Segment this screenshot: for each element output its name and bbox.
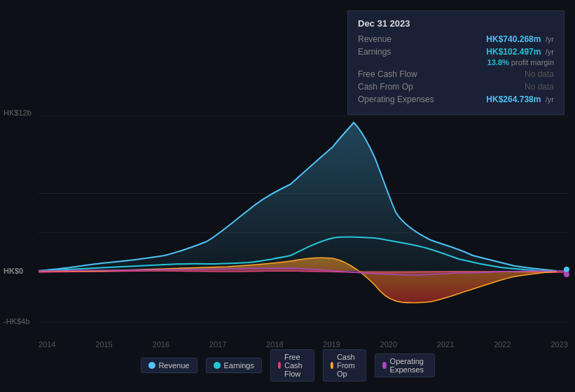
tooltip-label-earnings: Earnings [358,47,442,57]
x-label-2014: 2014 [39,340,55,349]
tooltip-row-fcf: Free Cash Flow No data [358,69,554,79]
tooltip-unit-revenue: /yr [546,35,554,43]
legend-opex[interactable]: Operating Expenses [375,354,434,377]
x-label-2017: 2017 [209,340,226,349]
profit-margin-label: profit margin [511,58,554,66]
legend-cashop[interactable]: Cash From Op [323,349,367,382]
legend-dot-revenue [148,362,155,369]
x-label-2018: 2018 [266,340,283,349]
x-label-2023: 2023 [550,340,567,349]
tooltip-unit-opex: /yr [546,95,554,104]
tooltip-box: Dec 31 2023 Revenue HK$740.268m /yr Earn… [347,10,564,115]
chart-svg [39,108,568,326]
legend-label-earnings: Earnings [223,361,254,370]
tooltip-value-earnings: HK$102.497m [486,47,541,57]
legend-earnings[interactable]: Earnings [205,358,261,373]
legend: Revenue Earnings Free Cash Flow Cash Fro… [140,349,434,382]
x-label-2022: 2022 [494,340,511,349]
tooltip-row-revenue: Revenue HK$740.268m /yr [358,34,554,44]
legend-label-cashop: Cash From Op [337,353,359,378]
legend-revenue[interactable]: Revenue [140,358,197,373]
chart-container: Dec 31 2023 Revenue HK$740.268m /yr Earn… [0,0,575,392]
legend-label-opex: Operating Expenses [390,357,427,374]
tooltip-row-cashop: Cash From Op No data [358,82,554,92]
tooltip-date: Dec 31 2023 [358,18,554,29]
tooltip-value-revenue: HK$740.268m [486,34,541,44]
legend-dot-cashop [331,362,333,369]
tooltip-value-cashop: No data [525,82,554,92]
tooltip-value-opex: HK$264.738m [486,94,541,104]
tooltip-label-fcf: Free Cash Flow [358,69,442,79]
x-label-2015: 2015 [95,340,112,349]
legend-label-fcf: Free Cash Flow [284,353,307,378]
tooltip-row-opex: Operating Expenses HK$264.738m /yr [358,94,554,104]
tooltip-value-fcf: No data [525,69,554,79]
legend-dot-opex [382,362,386,369]
tooltip-label-revenue: Revenue [358,34,442,44]
profit-margin-value: 13.8% [487,58,509,66]
y-label-zero: HK$0 [4,267,23,275]
tooltip-row-earnings: Earnings HK$102.497m /yr [358,47,554,57]
tooltip-unit-earnings: /yr [546,48,554,56]
tooltip-label-opex: Operating Expenses [358,94,442,104]
x-label-2021: 2021 [437,340,454,349]
profit-margin-row: 13.8% profit margin [358,58,554,66]
legend-label-revenue: Revenue [158,361,189,370]
legend-fcf[interactable]: Free Cash Flow [270,349,314,382]
x-label-2019: 2019 [323,340,340,349]
y-label-top: HK$12b [4,108,32,117]
opex-edge-dot [564,272,569,277]
y-label-bottom: -HK$4b [4,317,29,326]
x-label-2020: 2020 [380,340,397,349]
tooltip-label-cashop: Cash From Op [358,82,442,92]
x-label-2016: 2016 [153,340,169,349]
legend-dot-fcf [278,362,281,369]
legend-dot-earnings [213,362,220,369]
x-axis: 2014 2015 2016 2017 2018 2019 2020 2021 … [39,340,568,349]
